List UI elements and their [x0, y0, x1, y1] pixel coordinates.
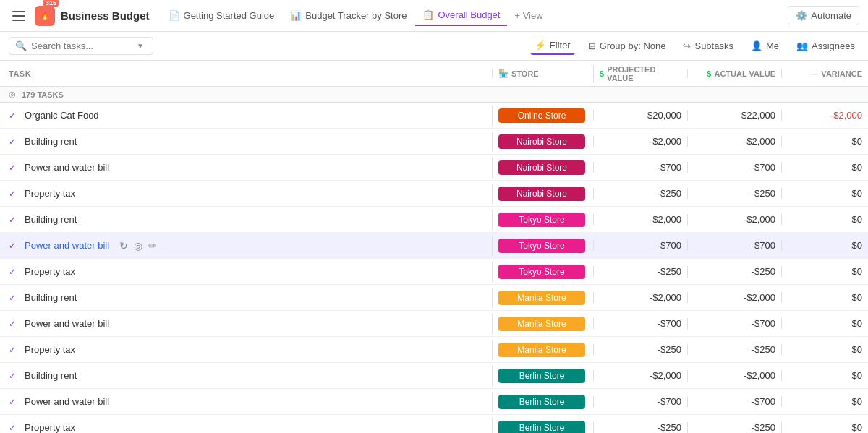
table-row[interactable]: ✓ Building rent Berlin Store -$2,000 -$2…	[0, 363, 868, 389]
notification-badge: 315 🔥	[41, 12, 49, 20]
task-name: Power and water bill	[25, 318, 109, 329]
automate-icon: ⚙️	[796, 10, 807, 21]
subtasks-icon: ↪	[683, 40, 691, 51]
automate-button[interactable]: ⚙️ Automate	[788, 6, 859, 25]
cell-projected: -$700	[593, 240, 687, 251]
cell-store: Tokyo Store	[492, 262, 593, 282]
check-icon[interactable]: ✓	[9, 189, 19, 199]
collapse-icon[interactable]: ◎	[9, 90, 16, 99]
check-icon[interactable]: ✓	[9, 293, 19, 303]
filterbar: 🔍 ▼ ⚡ Filter ⊞ Group by: None ↪ Subtasks…	[0, 32, 868, 61]
menu-icon[interactable]	[9, 6, 29, 26]
check-icon[interactable]: ✓	[9, 137, 19, 147]
check-icon[interactable]: ✓	[9, 215, 19, 225]
add-view-button[interactable]: + View	[509, 7, 548, 25]
table-row[interactable]: ✓ Property tax Manila Store -$250 -$250 …	[0, 337, 868, 363]
cell-variance: $0	[781, 136, 868, 147]
store-badge[interactable]: Manila Store	[498, 343, 585, 357]
cell-store: Manila Store	[492, 288, 593, 308]
cell-projected: -$700	[593, 396, 687, 407]
table-row[interactable]: ✓ Power and water bill Nairobi Store -$7…	[0, 155, 868, 181]
table-row[interactable]: ✓ Power and water bill Manila Store -$70…	[0, 311, 868, 337]
cell-projected: -$700	[593, 318, 687, 329]
table-row[interactable]: ✓ Property tax Berlin Store -$250 -$250 …	[0, 415, 868, 433]
task-name: Property tax	[25, 344, 75, 355]
table-row[interactable]: ✓ Building rent Nairobi Store -$2,000 -$…	[0, 129, 868, 155]
task-count-row: ◎ 179 TASKS	[0, 87, 868, 103]
store-badge[interactable]: Tokyo Store	[498, 265, 585, 279]
topbar-left: 315 🔥 Business Budget	[9, 6, 150, 26]
col-header-task: TASK	[0, 69, 492, 78]
task-name: Property tax	[25, 188, 75, 199]
cell-actual: -$700	[687, 318, 781, 329]
check-icon[interactable]: ✓	[9, 241, 19, 251]
table-row[interactable]: ✓ Building rent Manila Store -$2,000 -$2…	[0, 285, 868, 311]
store-badge[interactable]: Berlin Store	[498, 395, 585, 409]
variance-col-icon: —	[810, 69, 818, 78]
cell-store: Nairobi Store	[492, 132, 593, 152]
store-badge[interactable]: Online Store	[498, 108, 585, 123]
actual-col-icon: $	[707, 69, 711, 78]
cell-task: ✓ Power and water bill	[0, 162, 492, 173]
check-icon[interactable]: ✓	[9, 267, 19, 277]
cell-variance: $0	[781, 162, 868, 173]
cell-store: Online Store	[492, 106, 593, 126]
store-badge[interactable]: Nairobi Store	[498, 160, 585, 175]
cell-actual: -$2,000	[687, 292, 781, 303]
check-icon[interactable]: ✓	[9, 423, 19, 433]
tab-budget-tracker[interactable]: 📊 Budget Tracker by Store	[283, 6, 414, 25]
task-name: Power and water bill	[25, 396, 109, 407]
cell-variance: $0	[781, 188, 868, 199]
store-badge[interactable]: Berlin Store	[498, 421, 585, 434]
cell-projected: -$250	[593, 266, 687, 277]
cell-variance: $0	[781, 370, 868, 381]
cell-task: ✓ Property tax	[0, 422, 492, 433]
store-badge[interactable]: Berlin Store	[498, 369, 585, 383]
table-row[interactable]: ✓ Property tax Tokyo Store -$250 -$250 $…	[0, 259, 868, 285]
table-row[interactable]: ✓ Organic Cat Food Online Store $20,000 …	[0, 103, 868, 129]
search-box[interactable]: 🔍 ▼	[9, 37, 153, 55]
comment-icon[interactable]: ◎	[132, 239, 144, 253]
store-badge[interactable]: Manila Store	[498, 317, 585, 331]
check-icon[interactable]: ✓	[9, 371, 19, 381]
filter-button[interactable]: ⚡ Filter	[530, 37, 575, 55]
store-badge[interactable]: Tokyo Store	[498, 239, 585, 253]
cell-task: ✓ Building rent	[0, 370, 492, 381]
store-badge[interactable]: Tokyo Store	[498, 213, 585, 227]
cell-variance: $0	[781, 422, 868, 433]
group-by-button[interactable]: ⊞ Group by: None	[584, 38, 671, 54]
check-icon[interactable]: ✓	[9, 345, 19, 355]
store-badge[interactable]: Nairobi Store	[498, 187, 585, 201]
cell-task: ✓ Organic Cat Food	[0, 110, 492, 121]
tab-getting-started[interactable]: 📄 Getting Started Guide	[161, 6, 282, 25]
check-icon[interactable]: ✓	[9, 111, 19, 121]
cell-task: ✓ Building rent	[0, 214, 492, 225]
search-dropdown-icon[interactable]: ▼	[137, 42, 144, 50]
cell-store: Tokyo Store	[492, 236, 593, 256]
topbar-right: ⚙️ Automate	[788, 6, 859, 25]
store-badge[interactable]: Manila Store	[498, 291, 585, 305]
col-header-store: 🏪 STORE	[492, 69, 593, 78]
table-row[interactable]: ✓ Building rent Tokyo Store -$2,000 -$2,…	[0, 207, 868, 233]
cell-projected: -$250	[593, 188, 687, 199]
table-row[interactable]: ✓ Property tax Nairobi Store -$250 -$250…	[0, 181, 868, 207]
store-badge[interactable]: Nairobi Store	[498, 134, 585, 149]
subtasks-button[interactable]: ↪ Subtasks	[678, 38, 737, 54]
edit-icon[interactable]: ✏	[147, 239, 158, 253]
check-icon[interactable]: ✓	[9, 397, 19, 407]
cell-variance: $0	[781, 240, 868, 251]
check-icon[interactable]: ✓	[9, 319, 19, 329]
table-header: TASK 🏪 STORE $ PROJECTED VALUE $ ACTUAL …	[0, 61, 868, 87]
check-icon[interactable]: ✓	[9, 163, 19, 173]
assignees-button[interactable]: 👥 Assignees	[792, 38, 859, 54]
tab-overall-budget[interactable]: 📋 Overall Budget	[415, 5, 507, 26]
cell-store: Berlin Store	[492, 418, 593, 434]
search-input[interactable]	[31, 40, 132, 51]
cell-variance: $0	[781, 292, 868, 303]
cell-variance: $0	[781, 214, 868, 225]
task-row-actions: ↻ ◎ ✏	[118, 239, 158, 253]
me-button[interactable]: 👤 Me	[746, 38, 783, 54]
table-row[interactable]: ✓ Power and water bill ↻ ◎ ✏ Tokyo Store…	[0, 233, 868, 259]
table-row[interactable]: ✓ Power and water bill Berlin Store -$70…	[0, 389, 868, 415]
refresh-icon[interactable]: ↻	[118, 239, 129, 253]
